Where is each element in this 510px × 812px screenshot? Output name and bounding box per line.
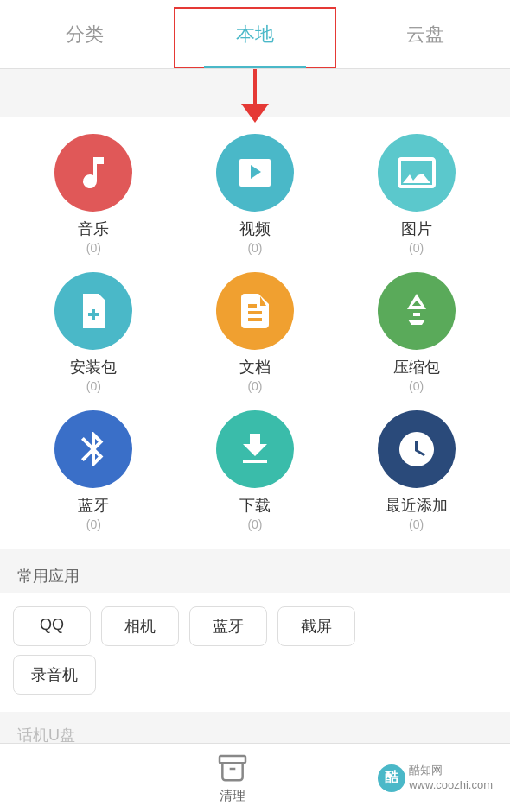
dl-icon (216, 410, 294, 488)
doc-icon (216, 272, 294, 350)
watermark-text: 酷知网 www.coozhi.com (409, 764, 493, 793)
video-icon (216, 134, 294, 212)
apps-row-1: QQ 相机 蓝牙 截屏 (13, 606, 497, 646)
category-recent[interactable]: 最近添加 (0) (340, 410, 493, 531)
arrow-indicator (241, 69, 269, 123)
doc-count: (0) (247, 379, 262, 393)
tab-category-label: 分类 (66, 22, 104, 48)
bt-count: (0) (86, 517, 101, 531)
app-qq[interactable]: QQ (13, 606, 91, 646)
apps-section: QQ 相机 蓝牙 截屏 录音机 (0, 593, 510, 712)
dl-count: (0) (247, 517, 262, 531)
recent-label: 最近添加 (386, 495, 448, 516)
recent-count: (0) (409, 517, 424, 531)
tab-local-label: 本地 (236, 22, 274, 48)
clean-button[interactable]: 清理 (215, 752, 250, 804)
watermark: 酷 酷知网 www.coozhi.com (378, 764, 493, 793)
video-label: 视频 (239, 219, 271, 239)
category-doc[interactable]: 文档 (0) (179, 272, 332, 393)
category-music[interactable]: 音乐 (0) (17, 134, 170, 255)
arrow-shaft (253, 69, 257, 104)
category-dl[interactable]: 下载 (0) (179, 410, 332, 531)
watermark-line2: www.coozhi.com (409, 778, 493, 791)
apk-count: (0) (86, 379, 101, 393)
music-count: (0) (86, 241, 101, 255)
svg-rect-0 (220, 756, 245, 763)
tab-local[interactable]: 本地 (170, 0, 341, 68)
category-zip[interactable]: 压缩包 (0) (340, 272, 493, 393)
app-camera[interactable]: 相机 (101, 606, 179, 646)
tab-cloud-label: 云盘 (406, 22, 444, 48)
zip-label: 压缩包 (393, 357, 440, 377)
music-icon (54, 134, 132, 212)
arrow-head (241, 104, 269, 123)
bottom-bar: 清理 酷 酷知网 www.coozhi.com (0, 743, 510, 812)
category-bt[interactable]: 蓝牙 (0) (17, 410, 170, 531)
app-screenshot[interactable]: 截屏 (277, 606, 355, 646)
zip-icon (378, 272, 456, 350)
tab-cloud[interactable]: 云盘 (340, 0, 510, 68)
image-icon (378, 134, 456, 212)
image-label: 图片 (401, 219, 432, 239)
video-count: (0) (247, 241, 262, 255)
tab-bar: 分类 本地 云盘 (0, 0, 510, 69)
category-grid: 音乐 (0) 视频 (0) 图片 (0) 安装包 (0) 文档 (0) 压 (0, 117, 510, 549)
common-apps-title: 常用应用 (0, 557, 510, 593)
app-recorder[interactable]: 录音机 (13, 655, 96, 695)
tab-category[interactable]: 分类 (0, 0, 170, 68)
category-video[interactable]: 视频 (0) (179, 134, 332, 255)
doc-label: 文档 (239, 357, 271, 377)
bt-label: 蓝牙 (78, 495, 109, 516)
watermark-line1: 酷知网 (409, 764, 443, 777)
watermark-logo: 酷 (378, 764, 405, 792)
app-bluetooth[interactable]: 蓝牙 (189, 606, 267, 646)
image-count: (0) (409, 241, 424, 255)
category-apk[interactable]: 安装包 (0) (17, 272, 170, 393)
apk-label: 安装包 (70, 357, 117, 377)
apk-icon (54, 272, 132, 350)
dl-label: 下载 (239, 495, 271, 516)
recent-icon (378, 410, 456, 488)
music-label: 音乐 (78, 219, 109, 239)
bt-icon (54, 410, 132, 488)
category-image[interactable]: 图片 (0) (340, 134, 493, 255)
clean-label: 清理 (220, 788, 245, 804)
apps-row-2: 录音机 (13, 655, 497, 695)
zip-count: (0) (409, 379, 424, 393)
clean-icon (215, 752, 250, 786)
